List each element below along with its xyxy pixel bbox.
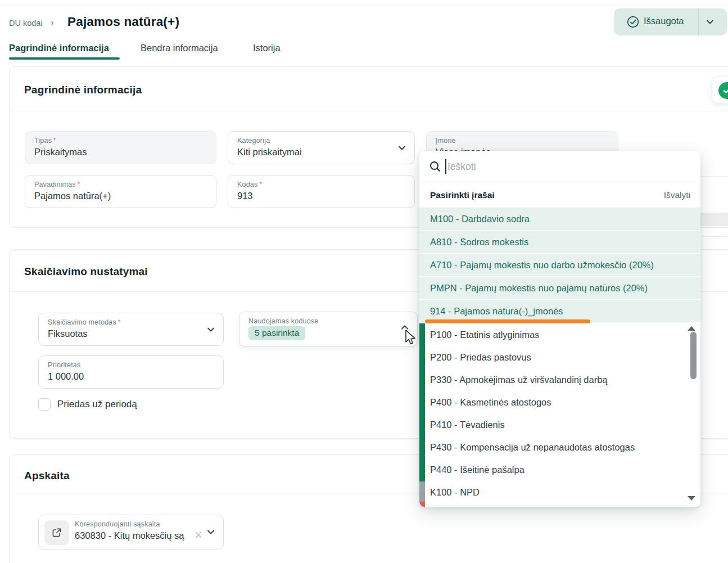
chevron-down-icon[interactable]	[706, 17, 715, 26]
obscured-field-fragment	[700, 213, 728, 226]
external-link-icon	[51, 527, 62, 538]
tab-bendra-informacija[interactable]: Bendra informacija	[141, 43, 218, 53]
option-item[interactable]: P200 - Priedas pastovus	[419, 346, 700, 368]
check-circle-icon	[627, 16, 639, 28]
koduose-label: Naudojamas koduose	[248, 317, 408, 325]
scroll-up-arrow[interactable]	[688, 326, 695, 331]
obscured-field-edge	[700, 176, 728, 177]
kategorija-value: Kiti priskaitymai	[237, 147, 395, 157]
selected-records-title: Pasirinkti įrašai	[430, 190, 495, 200]
selected-count-chip: 5 pasirinkta	[248, 326, 305, 340]
option-item[interactable]: P100 - Etatinis atlyginimas	[419, 323, 700, 346]
app-window: DU kodai › Pajamos natūra(+) Išsaugota P…	[0, 0, 728, 563]
clear-value-icon[interactable]: ✕	[194, 529, 203, 542]
page-title: Pajamos natūra(+)	[67, 15, 179, 29]
breadcrumb-parent-link[interactable]: DU kodai	[9, 19, 43, 28]
metodas-value: Fiksuotas	[48, 328, 214, 339]
active-tab-underline	[9, 57, 120, 60]
saskaita-value: 630830 - Kitų mokesčių są	[75, 530, 194, 541]
left-scroll-indicator-gray	[419, 481, 425, 502]
dropdown-search-row[interactable]	[419, 151, 700, 182]
naudojamas-koduose-multiselect[interactable]: Naudojamas koduose 5 pasirinkta	[239, 312, 418, 346]
tipas-field: Tipas Priskaitymas	[25, 131, 216, 164]
top-border-line	[0, 4, 728, 5]
selected-option-item[interactable]: M100 - Darbdavio sodra	[419, 208, 700, 230]
option-item[interactable]: P400 - Kasmetinės atostogos	[419, 391, 700, 413]
clear-all-button[interactable]: Išvalyti	[664, 190, 690, 200]
card-title: Apskaita	[24, 470, 70, 482]
check-circle-green-icon	[718, 82, 728, 99]
selected-option-item[interactable]: 914 - Pajamos natūra(-)_įmonės	[419, 300, 700, 322]
tab-pagrindine-informacija[interactable]: Pagrindinė informacija	[9, 43, 109, 53]
multiselect-dropdown-panel: Pasirinkti įrašai Išvalyti M100 - Darbda…	[419, 151, 700, 507]
prioritetas-value: 1 000.00	[48, 371, 214, 382]
loading-progress-bar	[425, 319, 590, 323]
form-valid-button[interactable]	[712, 76, 728, 103]
pavadinimas-value: Pajamos natūra(+)	[34, 191, 207, 201]
selected-option-item[interactable]: A810 - Sodros mokestis	[419, 231, 700, 253]
kodas-input[interactable]: Kodas 913	[228, 175, 415, 208]
option-item[interactable]: P430 - Kompensacija už nepanaudotas atos…	[419, 436, 700, 458]
tab-istorija[interactable]: Istorija	[253, 43, 281, 53]
chevron-down-icon[interactable]	[206, 325, 215, 334]
selected-items-list: M100 - Darbdavio sodraA810 - Sodros moke…	[419, 208, 700, 323]
scrollbar-thumb[interactable]	[690, 332, 697, 379]
pavadinimas-label: Pavadinimas	[34, 181, 80, 188]
selected-records-header: Pasirinkti įrašai Išvalyti	[419, 182, 700, 208]
chevron-down-icon[interactable]	[397, 143, 406, 152]
koresponduojanti-saskaita-select[interactable]: Koresponduojanti sąskaita 630830 - Kitų …	[38, 515, 224, 550]
skaiciavimo-metodas-select[interactable]: Skaičiavimo metodas Fiksuotas	[38, 313, 224, 346]
option-item[interactable]: K100 - NPD	[419, 481, 700, 503]
tipas-label: Tipas	[34, 137, 56, 145]
open-record-button[interactable]	[44, 520, 69, 545]
left-scroll-indicator-green	[419, 323, 425, 481]
card-title: Pagrindinė informacija	[24, 84, 142, 96]
option-item[interactable]: P440 - Išeitinė pašalpa	[419, 458, 700, 481]
selected-option-item[interactable]: PMPN - Pajamų mokestis nuo pajamų natūro…	[419, 277, 700, 299]
checkbox-label: Priedas už periodą	[57, 399, 137, 410]
kategorija-select[interactable]: Kategorija Kiti priskaitymai	[228, 131, 415, 164]
pavadinimas-input[interactable]: Pavadinimas Pajamos natūra(+)	[25, 175, 216, 208]
mouse-cursor	[405, 330, 419, 346]
options-list: P100 - Etatinis atlyginimasP200 - Prieda…	[419, 323, 700, 507]
metodas-label: Skaičiavimo metodas	[48, 318, 120, 326]
option-item[interactable]: P410 - Tėvadienis	[419, 413, 700, 436]
card-divider	[10, 111, 728, 111]
saved-split-button[interactable]: Išsaugota	[614, 8, 727, 35]
dropdown-search-input[interactable]	[446, 157, 685, 175]
card-title: Skaičiavimo nustatymai	[24, 265, 148, 278]
prioritetas-input[interactable]: Prioritetas 1 000.00	[38, 355, 224, 389]
prioritetas-label: Prioritetas	[48, 361, 214, 369]
chevron-down-icon[interactable]	[206, 528, 215, 537]
kodas-value: 913	[237, 191, 405, 201]
saskaita-label: Koresponduojanti sąskaita	[75, 520, 214, 528]
tipas-value: Priskaitymas	[34, 147, 207, 157]
kategorija-label: Kategorija	[237, 137, 405, 145]
option-item[interactable]: P330 - Apmokėjimas už viršvalandinį darb…	[419, 368, 700, 391]
button-divider	[698, 8, 699, 35]
breadcrumb-separator: ›	[51, 16, 54, 29]
scroll-down-arrow[interactable]	[688, 496, 695, 501]
selected-option-item[interactable]: A710 - Pajamų mokestis nuo darbo užmokes…	[419, 254, 700, 276]
kodas-label: Kodas	[237, 181, 262, 188]
search-icon	[429, 160, 441, 173]
obscured-field-edge	[700, 236, 728, 237]
saved-status-label: Išsaugota	[644, 16, 684, 26]
priedas-uz-perioda-checkbox[interactable]	[38, 398, 51, 411]
imone-label: Įmonė	[436, 137, 609, 145]
